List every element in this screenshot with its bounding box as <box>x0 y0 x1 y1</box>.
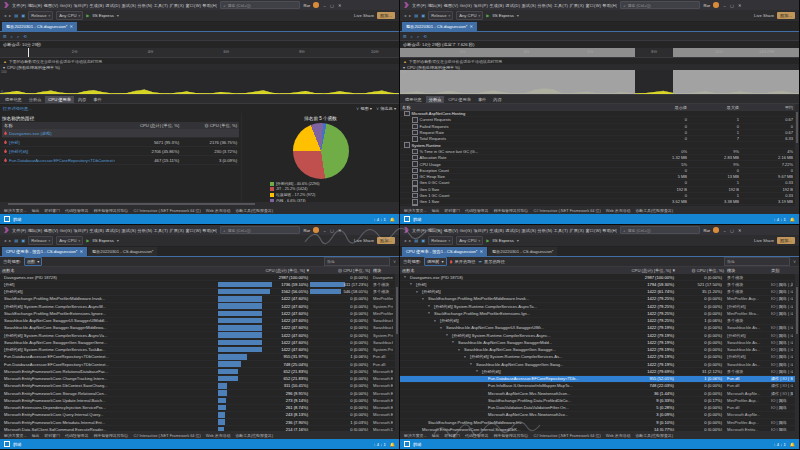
call-tree-row[interactable]: ▾[外部代码] 1422 (79.69%) 31 (2.12%) 多个模块 IO… <box>400 368 795 375</box>
diagnostics-tool-icon[interactable]: ⊞ <box>403 34 407 39</box>
account-avatar[interactable] <box>713 2 719 8</box>
tool-window-tab[interactable]: 程序包管理器控制台 <box>93 208 128 213</box>
counter-checkbox[interactable] <box>412 155 418 161</box>
navigate-forward-icon[interactable]: ▸ <box>9 238 11 243</box>
hot-path-row[interactable]: Davegames.exe (进程) <box>2 129 239 138</box>
navigate-back-icon[interactable]: ◂ <box>404 13 406 18</box>
counter-row[interactable]: Gen 2 GC Count 0 0 0 <box>400 205 795 206</box>
selection-overlay-right[interactable] <box>673 70 799 94</box>
tool-window-tab[interactable]: 代码段管理器 <box>65 208 88 213</box>
call-tree-header[interactable]: 函数名 CPU (总计) [单位, %] ▼ 自 CPU (单位, %) 模块 … <box>400 267 799 274</box>
filter-input[interactable]: 筛选 <box>324 257 390 266</box>
configuration-dropdown[interactable]: Release▾ <box>428 11 453 20</box>
tool-window-tab[interactable]: 输出 <box>432 208 440 213</box>
diagnostics-tool-icon[interactable]: ⟲ <box>423 34 427 39</box>
search-box[interactable]: ⌕搜索 (Ctrl+Q) <box>220 1 300 10</box>
expander-icon[interactable]: ▾ <box>416 290 420 294</box>
live-share-button[interactable]: Live Share <box>754 238 774 243</box>
tool-window-tab[interactable]: 诊断工具(性能探查器) <box>635 433 673 438</box>
current-view-dropdown[interactable]: 函数▾ <box>24 257 42 266</box>
call-tree-row[interactable]: Fun.DatabaseAccessor.EFCoreRepository<TD… <box>400 376 795 383</box>
filter-input[interactable]: 筛选 <box>724 257 790 266</box>
save-icon[interactable]: ▣ <box>421 13 425 18</box>
timeline-ruler[interactable]: 2分 4分 6分 8分 10分 <box>0 48 399 58</box>
git-sync-status[interactable]: ↑ 4 ↓ 1 <box>773 442 785 447</box>
expander-icon[interactable]: ▾ <box>464 355 468 359</box>
run-target-label[interactable]: IIS Express <box>92 13 113 18</box>
tab-diagsession[interactable]: 整改20220301 - CS.diagsession* <box>88 247 157 256</box>
diagnostics-tool-icon[interactable]: ⌕ <box>11 34 13 39</box>
call-tree-row[interactable]: ▾[外部代码] 1422 (79.25%) 1 (0.06%) 多个模块 <box>400 318 795 325</box>
function-row[interactable]: [外部代码] System.Runtime.CompilerServices.T… <box>0 347 395 354</box>
start-debug-icon[interactable]: ▶ <box>86 238 89 243</box>
function-row[interactable]: Microsoft.EntityFrameworkCore.Relational… <box>0 368 395 375</box>
counter-checkbox[interactable] <box>412 124 418 130</box>
chevron-down-icon[interactable]: ▾ <box>117 238 119 243</box>
function-row[interactable]: StackExchange.Profiling.MiniProfilerExte… <box>0 310 395 317</box>
call-tree-row[interactable]: ▾Swashbuckle.AspNetCore.SwaggerUI.Swagge… <box>400 325 795 332</box>
counter-checkbox[interactable] <box>412 199 418 205</box>
function-table-header[interactable]: 函数名 CPU (总计) [单位, %] ▼ 自 CPU [单位, %] 模块 <box>0 267 399 274</box>
show-hot-path-button[interactable]: ➦显示热路径 <box>479 259 505 264</box>
vertical-scrollbar[interactable] <box>795 274 799 431</box>
view-filter-dropdown[interactable]: ⋎ 视图 ▾ <box>356 106 372 111</box>
vertical-scrollbar[interactable] <box>795 104 799 206</box>
tool-window-tab[interactable]: 解决方案资... <box>4 208 27 213</box>
tool-window-tab[interactable]: C# Interactive (.NET Framework 64 位) <box>533 433 600 438</box>
bell-icon[interactable]: 🔔 <box>790 217 795 222</box>
tab-events[interactable]: 事件 <box>475 96 489 103</box>
open-details-link[interactable]: 打开详细信息... <box>3 106 32 111</box>
expander-icon[interactable]: ▾ <box>440 326 444 330</box>
tool-window-tab[interactable]: 输出 <box>32 208 40 213</box>
counter-checkbox[interactable] <box>412 149 418 155</box>
account-avatar[interactable] <box>313 2 319 8</box>
hot-path-row[interactable]: Fun.DatabaseAccessor.EFCoreRepository<TD… <box>2 156 239 165</box>
close-icon[interactable]: ✕ <box>469 24 473 29</box>
function-row[interactable]: Microsoft.Data.SqlClient.SqlCommand.Exec… <box>0 426 395 431</box>
platform-dropdown[interactable]: Any CPU▾ <box>456 236 483 245</box>
counter-checkbox[interactable] <box>412 180 418 186</box>
function-row[interactable]: Microsoft.EntityFrameworkCore.ChangeTrac… <box>0 376 395 383</box>
new-file-icon[interactable]: ▤ <box>14 13 18 18</box>
call-tree-row[interactable]: ▾[外部代码] System.Runtime.CompilerServices.… <box>400 332 795 339</box>
attach-button[interactable]: 附加... <box>777 237 795 244</box>
tool-window-tab[interactable]: C# Interactive (.NET Framework 64 位) <box>533 208 600 213</box>
navigate-forward-icon[interactable]: ▸ <box>409 238 411 243</box>
tool-window-tab[interactable]: Web 发布活动 <box>206 208 231 213</box>
new-file-icon[interactable]: ▤ <box>414 13 418 18</box>
chevron-down-icon[interactable]: ▾ <box>517 238 519 243</box>
call-tree-row[interactable]: ▾[外部代码] System.Runtime.CompilerServices.… <box>400 303 795 310</box>
live-share-button[interactable]: Live Share <box>754 13 774 18</box>
new-file-icon[interactable]: ▤ <box>14 238 18 243</box>
counter-checkbox[interactable] <box>412 193 418 199</box>
tab-cpu-usage[interactable]: CPU 使用率 <box>445 96 474 103</box>
tab-diagsession[interactable]: 整改20220301 - CS.diagsession*✕ <box>2 22 77 31</box>
live-share-button[interactable]: Live Share <box>354 238 374 243</box>
call-tree-row[interactable]: ▾[外部] 1794 (59.30%) 521 (17.50%) 多个模块 IO… <box>400 281 795 288</box>
menu-bar[interactable]: 文件(F) 编辑(E) 视图(V) Git(G) 项目(P) 生成(B) 调试(… <box>412 3 617 8</box>
expander-icon[interactable]: ▾ <box>434 319 438 323</box>
tool-window-tab[interactable]: Web 发布活动 <box>206 433 231 438</box>
save-icon[interactable]: ▣ <box>421 238 425 243</box>
function-row[interactable]: [外部代码] System.Runtime.CompilerServices.A… <box>0 332 395 339</box>
function-row[interactable]: Microsoft.EntityFrameworkCore.Storage.Re… <box>0 390 395 397</box>
tool-window-tab[interactable]: 解决方案资... <box>404 208 427 213</box>
tool-window-tab[interactable]: Web 发布活动 <box>606 208 631 213</box>
counter-checkbox[interactable] <box>412 186 418 192</box>
counter-checkbox[interactable] <box>412 168 418 174</box>
tab-diagsession[interactable]: 整改20220301 - CS.diagsession* <box>488 247 557 256</box>
function-row[interactable]: Fun.DatabaseAccessor.EFCoreRepository<TD… <box>0 354 395 361</box>
tab-cpu-report[interactable]: CPU 使用率 - 报告1 - CS.diagsession*✕ <box>402 247 487 256</box>
tab-summary[interactable]: 摘要信息 <box>402 96 425 103</box>
diagnostics-tool-icon[interactable]: ⟲ <box>23 34 27 39</box>
call-tree-row[interactable]: ▾Swashbuckle.AspNetCore.SwaggerGen.Swag.… <box>400 361 795 368</box>
platform-dropdown[interactable]: Any CPU▾ <box>56 236 83 245</box>
selection-overlay-left[interactable] <box>400 70 635 94</box>
function-row[interactable]: Microsoft.EntityFrameworkCore.Query.Inte… <box>0 412 395 419</box>
call-tree-row[interactable]: Fun.InfoBase.ILGeneratorInfoMapper.MapTo… <box>400 383 795 390</box>
diagnostics-tool-icon[interactable]: ⌕ <box>17 34 19 39</box>
tab-cpu-usage[interactable]: CPU 使用率 <box>45 96 74 103</box>
expander-icon[interactable]: ▾ <box>458 348 462 352</box>
search-box[interactable]: ⌕搜索 (Ctrl+Q) <box>620 1 700 10</box>
tab-diagsession[interactable]: 整改20220301 - CS.diagsession*✕ <box>402 22 477 31</box>
